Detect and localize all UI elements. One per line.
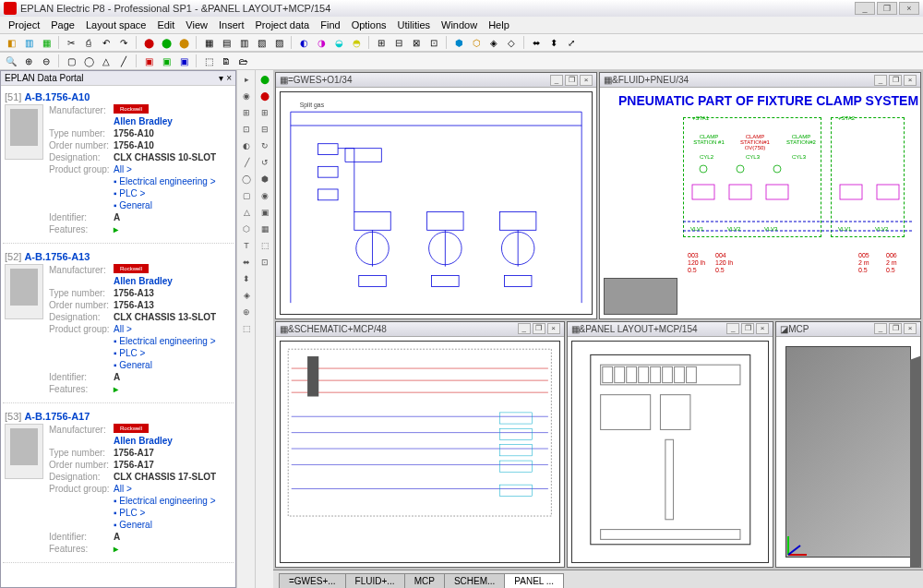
- menu-window[interactable]: Window: [437, 18, 482, 31]
- doc-close-icon[interactable]: ×: [756, 323, 769, 334]
- maximize-button[interactable]: ❐: [877, 2, 897, 15]
- tool-icon[interactable]: ▢: [64, 54, 78, 68]
- sidebar-body[interactable]: [51] A-B.1756-A10 Manufacturer:RockwellA…: [1, 86, 235, 587]
- tool-icon[interactable]: ⬌: [239, 255, 254, 270]
- tool-icon[interactable]: 🔍: [4, 54, 18, 68]
- doc-max-icon[interactable]: ❐: [565, 75, 578, 86]
- doc-canvas[interactable]: PNEUMATIC PART OF FIXTURE CLAMP SYSTEM +…: [600, 88, 920, 318]
- doc-canvas[interactable]: [276, 337, 564, 568]
- doc-max-icon[interactable]: ❐: [533, 323, 545, 334]
- doc-canvas[interactable]: [568, 337, 773, 568]
- tool-icon[interactable]: ◒: [331, 35, 346, 50]
- menu-options[interactable]: Options: [347, 18, 391, 31]
- tool-icon[interactable]: ⊟: [258, 122, 272, 137]
- tool-icon[interactable]: ↺: [258, 155, 272, 170]
- part-item[interactable]: [53] A-B.1756-A17 Manufacturer:RockwellA…: [3, 407, 234, 563]
- sidebar-pin-icon[interactable]: ▾ ×: [219, 73, 232, 83]
- tool-icon[interactable]: ▨: [271, 35, 286, 50]
- menu-view[interactable]: View: [181, 18, 212, 31]
- tool-icon[interactable]: ↷: [116, 35, 131, 50]
- tool-icon[interactable]: ◐: [239, 138, 254, 153]
- tool-icon[interactable]: ↶: [99, 35, 114, 50]
- part-item[interactable]: [52] A-B.1756-A13 Manufacturer:RockwellA…: [3, 247, 234, 403]
- tool-icon[interactable]: ⊕: [239, 305, 254, 319]
- doc-header[interactable]: ◪ MCP _ ❐ ×: [776, 322, 920, 337]
- doc-header[interactable]: ▦ &FLUID+PNEU/34 _ ❐ ×: [600, 73, 920, 88]
- tool-icon[interactable]: ⬡: [469, 35, 484, 50]
- menu-projectdata[interactable]: Project data: [251, 18, 315, 31]
- tab-gwes[interactable]: =GWES+...: [279, 573, 346, 588]
- tool-icon[interactable]: ▤: [219, 35, 234, 50]
- doc-min-icon[interactable]: _: [726, 323, 739, 334]
- tool-icon[interactable]: ⬢: [258, 172, 272, 186]
- tool-icon[interactable]: ◑: [314, 35, 329, 50]
- tool-icon[interactable]: ✂: [64, 35, 78, 50]
- tool-icon[interactable]: ⊞: [374, 35, 389, 50]
- tab-mcp[interactable]: MCP: [404, 573, 445, 588]
- tool-icon[interactable]: ▦: [39, 35, 54, 50]
- tab-panel[interactable]: PANEL ...: [504, 573, 564, 588]
- part-item[interactable]: [51] A-B.1756-A10 Manufacturer:RockwellA…: [3, 88, 234, 244]
- tool-icon[interactable]: ◯: [81, 54, 96, 68]
- part-code[interactable]: A-B.1756-A17: [24, 411, 90, 422]
- tool-icon[interactable]: T: [239, 238, 254, 253]
- tool-icon[interactable]: ⬤: [141, 35, 156, 50]
- menu-insert[interactable]: Insert: [214, 18, 249, 31]
- tool-icon[interactable]: ◉: [258, 188, 272, 203]
- doc-close-icon[interactable]: ×: [904, 75, 917, 86]
- tool-icon[interactable]: △: [239, 205, 254, 220]
- tool-icon[interactable]: ▣: [141, 54, 156, 68]
- tool-icon[interactable]: ⬚: [201, 54, 216, 68]
- minimize-button[interactable]: _: [855, 2, 875, 15]
- tool-icon[interactable]: ◈: [239, 288, 254, 303]
- tool-icon[interactable]: ▣: [176, 54, 191, 68]
- tool-icon[interactable]: ▸: [239, 72, 254, 87]
- tool-icon[interactable]: ◧: [4, 35, 18, 50]
- tool-icon[interactable]: ⬤: [258, 89, 272, 103]
- doc-canvas[interactable]: Split gas: [276, 88, 596, 318]
- menu-find[interactable]: Find: [316, 18, 344, 31]
- tool-icon[interactable]: ↻: [258, 138, 272, 153]
- tool-icon[interactable]: ╱: [239, 155, 254, 170]
- tool-icon[interactable]: ⬤: [258, 72, 272, 87]
- tab-fluid[interactable]: FLUID+...: [345, 573, 405, 588]
- doc-header[interactable]: ▦ &PANEL LAYOUT+MCP/154 _ ❐ ×: [568, 322, 773, 337]
- menu-page[interactable]: Page: [46, 18, 79, 31]
- tool-icon[interactable]: ◐: [296, 35, 311, 50]
- tool-icon[interactable]: ⤢: [564, 35, 579, 50]
- tool-icon[interactable]: ⬤: [176, 35, 191, 50]
- tool-icon[interactable]: ▥: [236, 35, 251, 50]
- tool-icon[interactable]: ▦: [258, 222, 272, 236]
- tool-icon[interactable]: ⊡: [426, 35, 441, 50]
- tool-icon[interactable]: ⬤: [159, 35, 174, 50]
- tool-icon[interactable]: ⬍: [239, 271, 254, 286]
- tool-icon[interactable]: ▢: [239, 188, 254, 203]
- menu-layoutspace[interactable]: Layout space: [81, 18, 150, 31]
- doc-header[interactable]: ▦ &SCHEMATIC+MCP/48 _ ❐ ×: [276, 322, 564, 337]
- tool-icon[interactable]: ╱: [116, 54, 131, 68]
- doc-max-icon[interactable]: ❐: [889, 323, 902, 334]
- tool-icon[interactable]: ▦: [201, 35, 216, 50]
- tool-icon[interactable]: ⬌: [529, 35, 544, 50]
- menu-help[interactable]: Help: [484, 18, 514, 31]
- doc-min-icon[interactable]: _: [518, 323, 531, 334]
- tool-icon[interactable]: ◉: [239, 89, 254, 103]
- tool-icon[interactable]: ⊕: [21, 54, 36, 68]
- doc-close-icon[interactable]: ×: [580, 75, 593, 86]
- close-button[interactable]: ×: [899, 2, 919, 15]
- tool-icon[interactable]: ⬚: [258, 238, 272, 253]
- doc-close-icon[interactable]: ×: [904, 323, 917, 334]
- tool-icon[interactable]: ▧: [254, 35, 269, 50]
- part-code[interactable]: A-B.1756-A10: [24, 91, 90, 102]
- doc-close-icon[interactable]: ×: [547, 323, 560, 334]
- doc-header[interactable]: ▦ =GWES+O1/34 _ ❐ ×: [276, 73, 596, 88]
- doc-max-icon[interactable]: ❐: [889, 75, 902, 86]
- doc-min-icon[interactable]: _: [550, 75, 563, 86]
- tool-icon[interactable]: ⬢: [451, 35, 466, 50]
- doc-min-icon[interactable]: _: [874, 323, 887, 334]
- tool-icon[interactable]: ◇: [504, 35, 519, 50]
- tool-icon[interactable]: ⊡: [258, 255, 272, 270]
- doc-max-icon[interactable]: ❐: [741, 323, 754, 334]
- tab-schem[interactable]: SCHEM...: [444, 573, 505, 588]
- tool-icon[interactable]: ⊞: [258, 105, 272, 120]
